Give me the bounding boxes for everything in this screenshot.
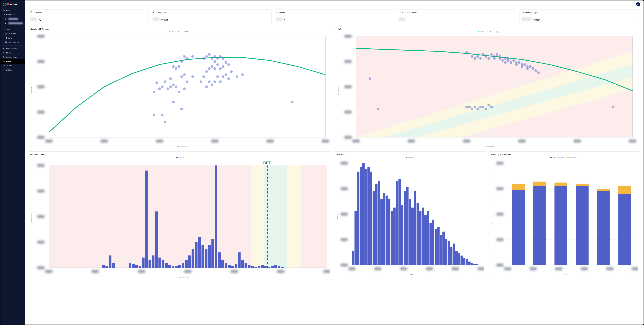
svg-rect-105: [322, 139, 329, 143]
manufacturers-icon: [2, 48, 5, 50]
svg-rect-100: [45, 139, 53, 143]
svg-rect-191: [172, 266, 174, 268]
svg-rect-290: [340, 263, 348, 267]
svg-point-61: [192, 55, 194, 58]
svg-point-148: [520, 65, 523, 68]
svg-rect-242: [357, 172, 359, 265]
dashboard-icon: [2, 14, 5, 16]
output-icon: [522, 11, 524, 14]
svg-point-146: [518, 61, 520, 64]
bolt-icon: [30, 11, 32, 14]
sidebar-item-home[interactable]: Home: [0, 8, 25, 13]
svg-point-70: [208, 53, 210, 56]
sidebar-item-fav-2[interactable]: ████████████: [0, 21, 25, 25]
sidebar-item-label: ████████: [8, 18, 18, 20]
svg-point-122: [479, 106, 482, 108]
kpi-unit: tonne: [533, 18, 540, 22]
svg-rect-197: [192, 249, 194, 268]
svg-rect-245: [365, 169, 367, 265]
svg-point-28: [3, 70, 4, 70]
svg-rect-285: [468, 261, 470, 265]
svg-rect-283: [463, 258, 465, 265]
sidebar-item-pumps[interactable]: Pumps: [0, 59, 25, 64]
sidebar-item-apis[interactable]: APIs: [0, 36, 25, 40]
svg-point-35: [153, 91, 155, 93]
svg-rect-298: [426, 267, 433, 270]
sidebar-item-configurations[interactable]: Configurations: [0, 55, 25, 59]
svg-point-66: [205, 70, 208, 73]
svg-point-53: [180, 75, 183, 78]
kpi-head: Utilisation: [30, 11, 146, 14]
svg-rect-178: [128, 263, 131, 268]
svg-rect-241: [354, 211, 357, 265]
svg-point-89: [227, 77, 230, 80]
svg-line-11: [6, 38, 6, 38]
svg-point-74: [214, 81, 216, 83]
svg-rect-263: [412, 208, 414, 265]
svg-rect-315: [597, 189, 610, 191]
svg-rect-0: [3, 14, 4, 15]
svg-rect-236: [230, 270, 238, 273]
svg-point-36: [156, 81, 158, 84]
sidebar-item-tickets[interactable]: Tickets: [0, 64, 25, 68]
main-content: JR Utilisation %Energy Use MWhUptime hSt…: [25, 1, 644, 324]
sidebar-item-label: Configurations: [6, 56, 17, 58]
sidebar-item-data-sources[interactable]: Data Sources: [0, 40, 25, 45]
svg-point-42: [166, 88, 169, 90]
svg-rect-260: [404, 191, 406, 265]
sidebar-item-settings[interactable]: Settings: [0, 68, 25, 72]
chart-title: HvQ: [338, 28, 638, 30]
svg-rect-162: [352, 139, 360, 143]
util-chart: [339, 159, 484, 273]
svg-rect-321: [496, 187, 504, 190]
avatar[interactable]: JR: [636, 2, 640, 6]
sidebar-item-fav-1[interactable]: ████████: [0, 17, 25, 21]
svg-rect-180: [135, 265, 138, 268]
svg-rect-195: [185, 259, 188, 268]
svg-rect-158: [344, 111, 352, 114]
svg-rect-165: [518, 139, 526, 143]
svg-point-77: [214, 55, 216, 58]
svg-point-151: [526, 67, 529, 70]
line-icon: [478, 32, 480, 32]
svg-rect-174: [102, 265, 105, 268]
svg-rect-280: [455, 251, 458, 265]
svg-point-57: [183, 55, 186, 58]
svg-rect-231: [37, 164, 44, 167]
svg-point-142: [510, 61, 512, 64]
svg-point-114: [465, 51, 468, 54]
svg-rect-205: [218, 252, 221, 268]
svg-rect-157: [344, 136, 352, 139]
svg-rect-284: [466, 259, 468, 265]
svg-point-130: [490, 53, 493, 56]
svg-point-68: [208, 81, 210, 83]
kpi-head: Start-Stop Cycles: [399, 11, 515, 14]
svg-point-139: [504, 61, 507, 64]
svg-rect-183: [145, 171, 148, 268]
sidebar-item-hardware[interactable]: Hardware: [0, 32, 25, 36]
svg-point-39: [161, 86, 164, 88]
sidebar-item-manufacturers[interactable]: Manufacturers: [0, 47, 25, 51]
svg-rect-248: [372, 191, 375, 265]
sidebar-item-things[interactable]: Things: [0, 27, 25, 32]
svg-point-72: [211, 65, 213, 68]
svg-rect-295: [348, 267, 356, 270]
svg-rect-190: [168, 265, 171, 268]
models-icon: [2, 52, 5, 54]
svg-point-137: [501, 59, 504, 62]
sidebar-item-label: Tickets: [6, 65, 12, 67]
kpi-row: Utilisation %Energy Use MWhUptime hStart…: [28, 9, 640, 24]
svg-rect-6: [5, 33, 6, 34]
svg-rect-164: [463, 139, 470, 143]
chart-legend: HvQ Curve Head (m): [338, 31, 638, 33]
svg-marker-30: [154, 12, 155, 13]
svg-point-88: [224, 61, 227, 64]
svg-rect-204: [215, 165, 217, 268]
svg-point-128: [487, 104, 490, 106]
svg-point-80: [216, 57, 219, 60]
svg-rect-223: [278, 266, 280, 268]
svg-point-149: [523, 63, 526, 66]
sidebar-item-dashboards[interactable]: Dashboards: [0, 13, 25, 17]
svg-point-62: [200, 81, 202, 83]
sidebar-item-models[interactable]: Models: [0, 51, 25, 55]
